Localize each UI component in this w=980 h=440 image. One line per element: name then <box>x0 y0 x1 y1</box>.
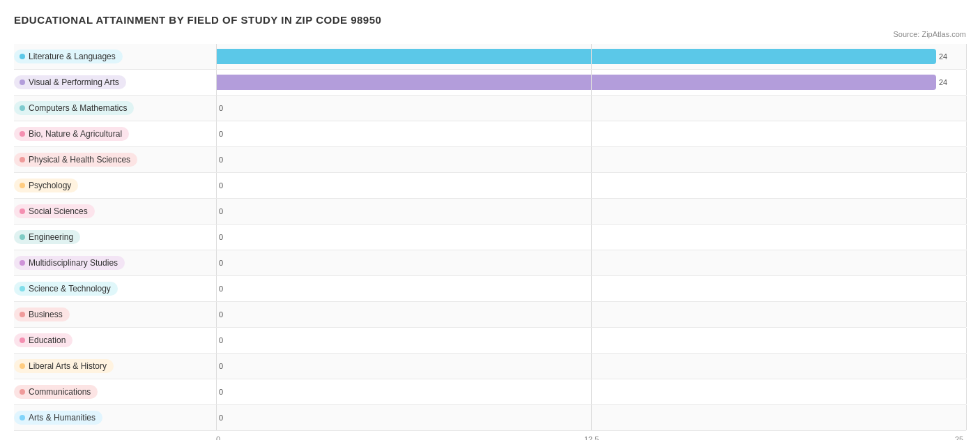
label-container: Multidisciplinary Studies <box>14 256 216 270</box>
label-container: Physical & Health Sciences <box>14 153 216 167</box>
bar-section: 0 <box>216 276 966 301</box>
pill-dot <box>20 208 25 214</box>
label-container: Business <box>14 308 216 321</box>
pill-dot <box>20 183 25 188</box>
bar-row: Physical & Health Sciences0 <box>14 147 966 173</box>
bar-section: 0 <box>216 225 966 250</box>
pill-dot <box>20 260 25 266</box>
bar-value-label: 0 <box>219 414 223 422</box>
bar-section: 0 <box>216 328 966 353</box>
bar-row: Visual & Performing Arts24 <box>14 70 966 96</box>
axis-label: 25 <box>955 435 963 440</box>
bar-label: Arts & Humanities <box>29 413 95 423</box>
bar-row: Psychology0 <box>14 173 966 199</box>
label-container: Arts & Humanities <box>14 411 216 425</box>
label-container: Literature & Languages <box>14 50 216 63</box>
bar-value-label: 0 <box>219 104 223 112</box>
bar-section: 0 <box>216 379 966 404</box>
bar-value-label: 0 <box>219 310 223 319</box>
chart-area: Literature & Languages24Visual & Perform… <box>14 44 966 431</box>
bar-fill <box>216 75 936 90</box>
label-pill: Engineering <box>14 230 80 244</box>
pill-dot <box>20 54 25 59</box>
bar-label: Business <box>29 310 63 319</box>
label-pill: Physical & Health Sciences <box>14 153 137 167</box>
bar-section: 0 <box>216 199 966 224</box>
bar-value-label: 24 <box>939 52 947 61</box>
label-pill: Bio, Nature & Agricultural <box>14 127 129 141</box>
bar-row: Literature & Languages24 <box>14 44 966 70</box>
pill-dot <box>20 286 25 291</box>
bar-label: Bio, Nature & Agricultural <box>29 129 122 139</box>
label-container: Psychology <box>14 179 216 192</box>
label-pill: Computers & Mathematics <box>14 101 134 115</box>
bar-label: Visual & Performing Arts <box>29 77 119 87</box>
label-pill: Multidisciplinary Studies <box>14 256 125 270</box>
axis-label: 12.5 <box>584 435 599 440</box>
pill-dot <box>20 157 25 162</box>
pill-dot <box>20 389 25 395</box>
bar-label: Education <box>29 335 66 345</box>
label-pill: Communications <box>14 385 98 399</box>
label-container: Bio, Nature & Agricultural <box>14 127 216 141</box>
label-pill: Arts & Humanities <box>14 411 102 425</box>
bar-section: 24 <box>216 44 966 69</box>
bar-value-label: 0 <box>219 388 223 396</box>
label-pill: Business <box>14 308 70 321</box>
label-container: Visual & Performing Arts <box>14 75 216 89</box>
label-container: Engineering <box>14 230 216 244</box>
bar-row: Engineering0 <box>14 225 966 250</box>
label-container: Science & Technology <box>14 282 216 296</box>
bar-label: Science & Technology <box>29 284 111 294</box>
bar-row: Liberal Arts & History0 <box>14 354 966 379</box>
label-container: Computers & Mathematics <box>14 101 216 115</box>
bar-label: Multidisciplinary Studies <box>29 258 118 268</box>
bar-value-label: 0 <box>219 362 223 370</box>
bar-row: Multidisciplinary Studies0 <box>14 250 966 276</box>
label-pill: Social Sciences <box>14 204 95 218</box>
bar-section: 0 <box>216 173 966 198</box>
bar-section: 0 <box>216 121 966 146</box>
bar-row: Computers & Mathematics0 <box>14 96 966 121</box>
bar-row: Communications0 <box>14 379 966 405</box>
pill-dot <box>20 105 25 111</box>
bar-label: Engineering <box>29 232 73 242</box>
bar-row: Arts & Humanities0 <box>14 405 966 431</box>
bar-label: Social Sciences <box>29 206 88 216</box>
bar-section: 0 <box>216 405 966 430</box>
label-container: Communications <box>14 385 216 399</box>
bar-row: Business0 <box>14 302 966 328</box>
bar-value-label: 0 <box>219 285 223 293</box>
bar-section: 0 <box>216 96 966 121</box>
label-pill: Science & Technology <box>14 282 118 296</box>
bar-label: Literature & Languages <box>29 52 116 61</box>
bar-fill <box>216 49 936 64</box>
bar-section: 0 <box>216 302 966 327</box>
pill-dot <box>20 234 25 240</box>
label-pill: Visual & Performing Arts <box>14 75 126 89</box>
bar-section: 0 <box>216 147 966 172</box>
pill-dot <box>20 415 25 420</box>
pill-dot <box>20 131 25 137</box>
bar-label: Liberal Arts & History <box>29 361 107 371</box>
bar-value-label: 0 <box>219 233 223 241</box>
pill-dot <box>20 363 25 369</box>
label-container: Liberal Arts & History <box>14 359 216 373</box>
bar-section: 0 <box>216 354 966 379</box>
bar-section: 24 <box>216 70 966 95</box>
bar-value-label: 0 <box>219 336 223 344</box>
axis-label: 0 <box>216 435 220 440</box>
bar-value-label: 24 <box>939 78 947 86</box>
label-pill: Psychology <box>14 179 78 192</box>
bar-row: Science & Technology0 <box>14 276 966 302</box>
label-pill: Literature & Languages <box>14 50 123 63</box>
label-container: Social Sciences <box>14 204 216 218</box>
bar-row: Education0 <box>14 328 966 354</box>
bar-label: Computers & Mathematics <box>29 103 127 113</box>
bar-value-label: 0 <box>219 259 223 267</box>
bar-value-label: 0 <box>219 155 223 164</box>
bar-value-label: 0 <box>219 181 223 190</box>
pill-dot <box>20 337 25 343</box>
pill-dot <box>20 312 25 317</box>
source-label: Source: ZipAtlas.com <box>14 30 966 38</box>
